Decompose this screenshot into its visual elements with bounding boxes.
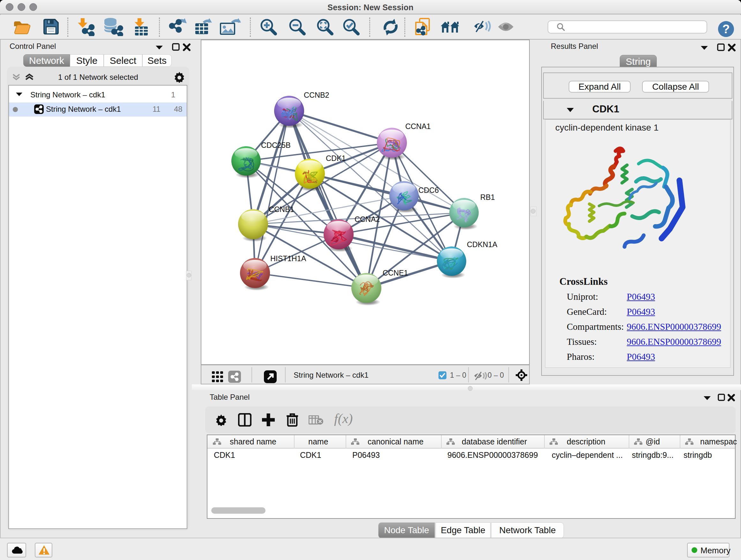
svg-text:CCNE1: CCNE1: [383, 269, 408, 277]
svg-text:CCNB2: CCNB2: [304, 91, 329, 99]
svg-text:CCNA2: CCNA2: [354, 215, 380, 224]
svg-text:CDKN1A: CDKN1A: [467, 240, 497, 249]
svg-text:CDC25B: CDC25B: [261, 141, 291, 149]
svg-text:RB1: RB1: [480, 193, 495, 201]
svg-text:CCNB1: CCNB1: [269, 205, 294, 213]
svg-text:HIST1H1A: HIST1H1A: [270, 254, 307, 263]
svg-text:CDC6: CDC6: [418, 186, 439, 194]
svg-text:CCNA1: CCNA1: [405, 122, 431, 131]
svg-text:CDK1: CDK1: [326, 154, 346, 163]
